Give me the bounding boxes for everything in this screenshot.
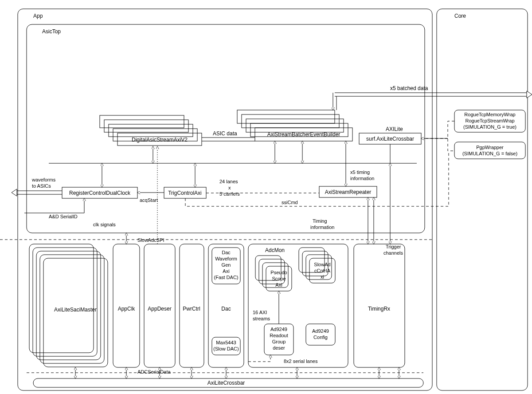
- svg-rect-2: [109, 124, 193, 137]
- svg-text:Ad9249: Ad9249: [270, 327, 287, 332]
- dac-waveform-gen-box: Dac Waveform Gen Axi (Fast DAC): [212, 248, 240, 284]
- svg-text:Pseudo: Pseudo: [270, 270, 287, 275]
- svg-text:Max5443: Max5443: [216, 340, 236, 345]
- timing-info-l2: information: [310, 225, 334, 230]
- timingrx-label: TimingRx: [368, 306, 390, 312]
- svg-text:Axi: Axi: [223, 268, 229, 274]
- acqstart-label: acqStart: [140, 197, 158, 203]
- adcmon-box: [248, 244, 348, 367]
- svg-text:Scope: Scope: [272, 276, 286, 281]
- max5443-box: Max5443 (Slow DAC): [212, 337, 240, 355]
- axi-stream-repeater-label: AxiStreamRepeater: [325, 189, 372, 195]
- asic-data-label: ASIC data: [213, 130, 237, 137]
- timing-x5-l1: x5 timing: [350, 169, 370, 175]
- svg-text:deser: deser: [273, 345, 285, 351]
- saci-master-stack: AxiLiteSaciMaster: [29, 244, 108, 367]
- pwrctrl-label: PwrCtrl: [183, 306, 200, 312]
- asictop-label: AsicTop: [42, 28, 61, 35]
- slow-adc-cntrl-stack: SlowAd cCntrlA xi: [299, 248, 335, 283]
- register-control-label: RegisterControlDualClock: [69, 190, 131, 196]
- svg-text:Dac: Dac: [222, 250, 231, 255]
- svg-text:(Slow DAC): (Slow DAC): [213, 346, 239, 351]
- trigger-ch-l1: Trigger: [386, 244, 401, 249]
- lanes-l3: 5 carriers: [219, 191, 240, 197]
- svg-text:(SIMULATION_G = true): (SIMULATION_G = true): [463, 124, 516, 130]
- axilite-label: AXILite: [386, 126, 403, 132]
- svg-text:RogueTcpMemoryWrap: RogueTcpMemoryWrap: [464, 112, 515, 117]
- appdeser-label: AppDeser: [148, 306, 171, 312]
- svg-text:Ad9249: Ad9249: [312, 328, 329, 334]
- svg-text:RogueTcpStreamWrap: RogueTcpStreamWrap: [465, 118, 514, 123]
- svg-text:Waveform: Waveform: [215, 256, 237, 261]
- core-container: [437, 9, 528, 390]
- svg-text:cCntrlA: cCntrlA: [314, 268, 331, 273]
- axi16-l1: 16 AXI: [253, 310, 267, 315]
- svg-rect-1: [104, 120, 188, 132]
- batcher-stack: AxiStreamBatcherEventBuilder: [237, 110, 352, 141]
- batcher-label: AxiStreamBatcherEventBuilder: [267, 131, 340, 138]
- svg-text:(Fast DAC): (Fast DAC): [214, 275, 239, 280]
- svg-text:Group: Group: [272, 339, 286, 344]
- waveforms-l2: to ASICs: [32, 183, 51, 189]
- svg-rect-6: [242, 114, 339, 128]
- svg-text:(SIMULATION_G = false): (SIMULATION_G = false): [462, 151, 517, 156]
- digital-asic-stream-label: DigitalAsicStreamAxiV2: [132, 137, 188, 143]
- ad9249-config-box: Ad9249 Config: [306, 324, 335, 345]
- asictop-container: [27, 24, 425, 233]
- svg-rect-19: [36, 251, 101, 360]
- svg-rect-7: [246, 119, 344, 132]
- digital-asic-stream-stack: DigitalAsicStreamAxiV2: [100, 115, 202, 146]
- svg-text:Gen: Gen: [222, 262, 231, 268]
- adcmon-label: AdcMon: [265, 247, 285, 253]
- svg-rect-18: [33, 248, 97, 356]
- svg-text:Config: Config: [313, 335, 328, 340]
- axi16-l2: streams: [253, 316, 270, 321]
- waveforms-l1: waveforms: [31, 177, 56, 182]
- pseudo-scope-stack: Pseudo Scope Axi: [255, 256, 292, 291]
- lanes-l2: x: [228, 185, 231, 190]
- clk-signals-label: clk signals: [93, 222, 116, 227]
- svg-text:SlowAd: SlowAd: [314, 262, 330, 267]
- appclk-label: AppClk: [118, 306, 136, 312]
- serial-lanes-label: 8x2 serial lanes: [284, 359, 318, 364]
- trig-control-label: TrigControlAxi: [168, 190, 202, 196]
- svg-text:Axi: Axi: [275, 282, 282, 288]
- ad9249-readout-box: Ad9249 Readout Group deser: [264, 324, 293, 355]
- bottom-crossbar-label: AxiLiteCrossbar: [207, 380, 245, 386]
- svg-text:PgpWrapper: PgpWrapper: [476, 145, 504, 150]
- lanes-l1: 24 lanes: [219, 179, 238, 184]
- adc-serial-data-label: ADCSerialData: [137, 369, 171, 374]
- svg-text:Readout: Readout: [270, 333, 288, 338]
- batched-data-label: x5 batched data: [390, 85, 428, 91]
- svg-rect-17: [29, 244, 94, 353]
- trigger-ch-l2: channels: [383, 250, 403, 256]
- app-label: App: [33, 13, 43, 19]
- rogue-wrap-box: RogueTcpMemoryWrap RogueTcpStreamWrap (S…: [454, 110, 525, 132]
- svg-rect-0: [100, 115, 184, 128]
- saci-master-label: AxiLiteSaciMaster: [54, 307, 97, 313]
- timing-x5-l2: information: [350, 176, 374, 181]
- dac-label: Dac: [221, 306, 231, 312]
- ssicmd-label: ssiCmd: [282, 200, 298, 205]
- app-container: [18, 9, 432, 390]
- surf-crossbar-label: surf.AxiLiteCrossbar: [366, 136, 414, 142]
- pgp-wrapper-box: PgpWrapper (SIMULATION_G = false): [454, 142, 525, 159]
- svg-text:xi: xi: [321, 274, 324, 280]
- svg-rect-5: [237, 110, 335, 123]
- slowadcspi-label: SlowAdcSPI: [137, 237, 164, 243]
- timing-info-l1: Timing: [313, 218, 327, 224]
- core-label: Core: [454, 13, 466, 19]
- serialid-label: A&D SerialID: [49, 214, 78, 219]
